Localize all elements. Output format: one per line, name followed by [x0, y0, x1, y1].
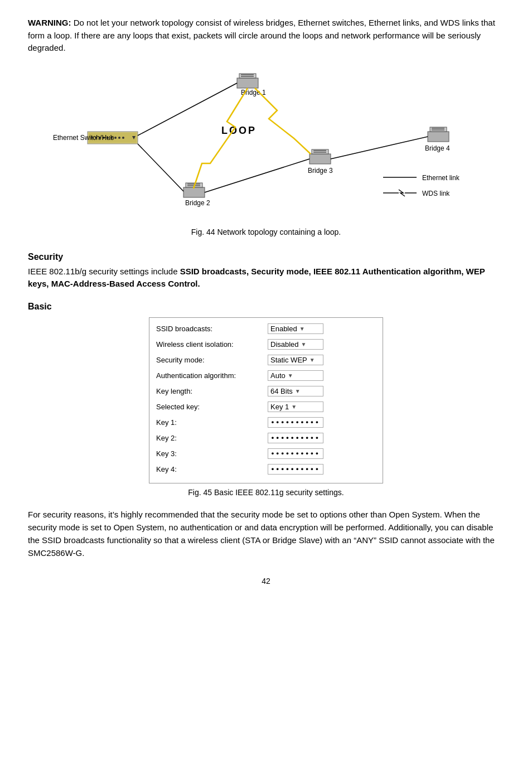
key1-label: Key 1:: [156, 418, 268, 427]
loop-label: LOOP: [221, 125, 257, 136]
selected-key-value: Key 1: [270, 403, 289, 411]
selected-key-label: Selected key:: [156, 403, 268, 411]
bridge3-label: Bridge 3: [308, 167, 333, 175]
ethernet-link-label: Ethernet link: [422, 174, 460, 182]
ssid-broadcasts-dropdown[interactable]: Enabled ▼: [268, 323, 323, 334]
svg-rect-24: [428, 132, 449, 142]
security-heading: Security: [28, 252, 504, 262]
ssid-broadcasts-row: SSID broadcasts: Enabled ▼: [156, 322, 376, 336]
ethernet-link-line: [331, 137, 428, 159]
key1-row: Key 1:: [156, 416, 376, 429]
security-intro-text: IEEE 802.11b/g security settings include: [28, 267, 180, 276]
fig44-caption: Fig. 44 Network topology containing a lo…: [28, 228, 504, 236]
auth-algorithm-arrow: ▼: [288, 373, 293, 379]
svg-point-9: [118, 137, 120, 139]
svg-rect-16: [183, 187, 205, 197]
bridge2-label: Bridge 2: [185, 199, 210, 207]
key-length-row: Key length: 64 Bits ▼: [156, 385, 376, 398]
wireless-isolation-arrow: ▼: [301, 341, 307, 347]
settings-table-wrap: SSID broadcasts: Enabled ▼ Wireless clie…: [28, 317, 504, 483]
eth-switch-b2: [138, 144, 183, 191]
security-mode-label: Security mode:: [156, 356, 268, 364]
key-length-dropdown[interactable]: 64 Bits ▼: [268, 386, 323, 396]
wds-b1-b2: [194, 88, 248, 188]
svg-point-10: [122, 137, 124, 139]
auth-algorithm-dropdown[interactable]: Auto ▼: [268, 370, 323, 381]
wds-b1-b3: [255, 88, 311, 154]
auth-algorithm-value: Auto: [270, 371, 286, 380]
fig45-caption: Fig. 45 Basic IEEE 802.11g security sett…: [28, 488, 504, 497]
wireless-isolation-label: Wireless client isolation:: [156, 340, 268, 349]
key3-label: Key 3:: [156, 449, 268, 458]
wireless-isolation-row: Wireless client isolation: Disabled ▼: [156, 338, 376, 351]
security-mode-dropdown[interactable]: Static WEP ▼: [268, 355, 323, 365]
key-length-label: Key length:: [156, 387, 268, 395]
page-number: 42: [28, 577, 504, 586]
security-mode-row: Security mode: Static WEP ▼: [156, 354, 376, 367]
topology-svg: Ethernet Switch/Hub Bridge 1 Bridge 2 Br…: [37, 66, 495, 222]
basic-heading: Basic: [28, 302, 504, 312]
auth-algorithm-row: Authentication algorithm: Auto ▼: [156, 369, 376, 383]
svg-rect-12: [237, 78, 258, 88]
key4-label: Key 4:: [156, 465, 268, 473]
wireless-isolation-value: Disabled: [270, 340, 299, 349]
svg-rect-21: [312, 149, 328, 154]
settings-table: SSID broadcasts: Enabled ▼ Wireless clie…: [149, 317, 383, 483]
warning-paragraph: WARNING: Do not let your network topolog…: [28, 17, 504, 55]
key-length-value: 64 Bits: [270, 387, 293, 395]
key1-input[interactable]: [268, 417, 323, 428]
key3-input[interactable]: [268, 448, 323, 459]
selected-key-arrow: ▼: [291, 404, 297, 410]
key2-input[interactable]: [268, 433, 323, 443]
diagram-container: Ethernet Switch/Hub Bridge 1 Bridge 2 Br…: [28, 66, 504, 222]
key4-row: Key 4:: [156, 463, 376, 476]
ssid-broadcasts-value: Enabled: [270, 325, 297, 333]
network-diagram: Ethernet Switch/Hub Bridge 1 Bridge 2 Br…: [37, 66, 495, 222]
wireless-isolation-dropdown[interactable]: Disabled ▼: [268, 339, 323, 350]
warning-text: Do not let your network topology consist…: [28, 18, 495, 52]
svg-rect-13: [239, 74, 256, 78]
body-text: For security reasons, it’s highly recomm…: [28, 508, 504, 560]
security-intro: IEEE 802.11b/g security settings include…: [28, 265, 504, 291]
eth-b2-b3: [205, 159, 309, 192]
svg-rect-20: [309, 154, 331, 164]
key2-row: Key 2:: [156, 432, 376, 445]
key-length-arrow: ▼: [295, 388, 301, 394]
security-mode-arrow: ▼: [309, 357, 315, 363]
svg-point-8: [114, 137, 117, 139]
svg-rect-25: [430, 127, 447, 132]
security-mode-value: Static WEP: [270, 356, 307, 364]
ssid-broadcasts-label: SSID broadcasts:: [156, 325, 268, 333]
selected-key-row: Selected key: Key 1 ▼: [156, 400, 376, 414]
bridge4-label: Bridge 4: [425, 144, 450, 152]
auth-algorithm-label: Authentication algorithm:: [156, 371, 268, 380]
selected-key-dropdown[interactable]: Key 1 ▼: [268, 401, 323, 412]
key2-label: Key 2:: [156, 434, 268, 442]
ethernet-switch-label: Ethernet Switch/Hub: [53, 134, 114, 142]
key4-input[interactable]: [268, 464, 323, 475]
warning-label: WARNING:: [28, 18, 71, 27]
wds-link-label: WDS link: [422, 190, 450, 197]
ssid-broadcasts-arrow: ▼: [299, 326, 305, 332]
key3-row: Key 3:: [156, 447, 376, 461]
